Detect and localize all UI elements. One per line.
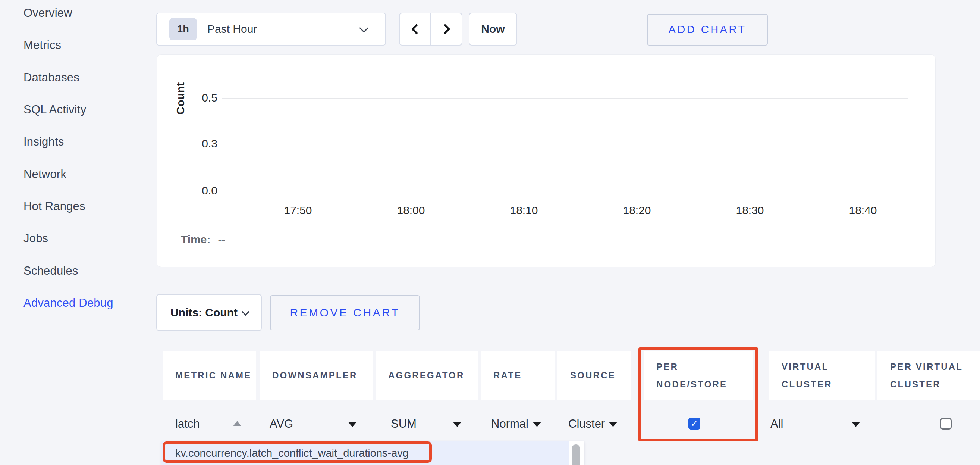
gridline-vertical <box>636 55 637 200</box>
sidebar-item-schedules[interactable]: Schedules <box>24 264 78 281</box>
next-interval-button[interactable] <box>430 13 462 45</box>
gridline-vertical <box>298 55 298 200</box>
x-tick-label: 18:10 <box>498 204 550 217</box>
checkmark-icon: ✓ <box>690 419 698 429</box>
x-tick-label: 17:50 <box>272 204 324 217</box>
time-range-label: Past Hour <box>207 23 257 35</box>
column-header-aggregator: AGGREGATOR <box>375 351 478 400</box>
metric-suggestion-label: kv.concurrency.latch_conflict_wait_durat… <box>175 447 409 459</box>
column-header-source: SOURCE <box>557 351 632 400</box>
caret-down-icon[interactable] <box>453 422 462 427</box>
column-header-label: DOWNSAMPLER <box>259 367 361 384</box>
sidebar-item-metrics[interactable]: Metrics <box>24 38 61 55</box>
sidebar-item-jobs[interactable]: Jobs <box>24 232 48 248</box>
x-tick-label: 18:00 <box>385 204 437 217</box>
column-header-rate: RATE <box>480 351 555 400</box>
rate-select[interactable]: Normal <box>491 417 528 431</box>
column-header-label: PER NODE/STORE <box>644 358 753 393</box>
time-range-selector[interactable]: 1h Past Hour <box>156 13 386 46</box>
aggregator-select[interactable]: SUM <box>391 417 417 431</box>
gridline-vertical <box>862 55 863 200</box>
metric-suggestion-item[interactable]: kv.concurrency.latch_conflict_wait_durat… <box>161 441 569 465</box>
x-tick-label: 18:40 <box>837 204 889 217</box>
x-tick-label: 18:30 <box>724 204 776 217</box>
caret-down-icon[interactable] <box>348 422 357 427</box>
add-chart-button[interactable]: ADD CHART <box>647 14 768 46</box>
sidebar-item-insights[interactable]: Insights <box>24 135 64 152</box>
chevron-right-icon <box>440 24 450 34</box>
column-header-label: AGGREGATOR <box>375 367 468 384</box>
chevron-left-icon <box>411 24 422 34</box>
y-tick-label: 0.0 <box>183 184 217 197</box>
sidebar-item-sql-activity[interactable]: SQL Activity <box>24 103 86 120</box>
time-label: Time: <box>181 233 210 246</box>
sidebar-item-network[interactable]: Network <box>24 168 66 184</box>
hover-time-readout: Time:-- <box>181 233 225 246</box>
chevron-down-icon <box>242 308 250 316</box>
column-header-label: SOURCE <box>557 367 619 384</box>
gridline-horizontal <box>221 191 908 192</box>
gridline-horizontal <box>221 98 908 99</box>
time-value: -- <box>218 233 225 246</box>
x-tick-label: 18:20 <box>611 204 663 217</box>
column-header-downsampler: DOWNSAMPLER <box>259 351 373 400</box>
y-tick-label: 0.5 <box>183 91 217 104</box>
column-header-label: PER VIRTUAL CLUSTER <box>877 358 980 393</box>
sidebar-item-databases[interactable]: Databases <box>24 71 80 87</box>
now-button[interactable]: Now <box>469 13 517 46</box>
column-header-per-node-store: PER NODE/STORE <box>644 351 753 400</box>
gridline-vertical <box>523 55 524 200</box>
caret-down-icon[interactable] <box>533 422 541 427</box>
time-step-buttons <box>399 13 462 46</box>
units-dropdown[interactable]: Units: Count <box>156 294 262 331</box>
column-header-label: RATE <box>480 367 525 384</box>
time-range-badge: 1h <box>169 18 197 40</box>
per-node-store-checkbox[interactable]: ✓ <box>688 418 700 430</box>
source-select[interactable]: Cluster <box>568 417 605 431</box>
downsampler-select[interactable]: AVG <box>270 417 293 431</box>
column-header-per-virtual-cluster: PER VIRTUAL CLUSTER <box>877 351 980 400</box>
chevron-down-icon <box>359 23 368 32</box>
gridline-horizontal <box>221 144 908 144</box>
gridline-vertical <box>749 55 750 200</box>
sidebar-item-overview[interactable]: Overview <box>24 6 72 23</box>
y-tick-label: 0.3 <box>183 137 217 150</box>
metric-dropdown-open-caret-icon[interactable] <box>233 421 241 426</box>
virtual-cluster-select[interactable]: All <box>770 417 783 431</box>
column-header-virtual-cluster: VIRTUAL CLUSTER <box>769 351 875 400</box>
dropdown-scrollbar-thumb[interactable] <box>572 444 580 465</box>
column-header-label: METRIC NAME <box>162 367 255 384</box>
sidebar-item-hot-ranges[interactable]: Hot Ranges <box>24 200 85 216</box>
prev-interval-button[interactable] <box>400 13 430 45</box>
sidebar-item-advanced-debug[interactable]: Advanced Debug <box>24 296 113 313</box>
gridline-vertical <box>410 55 411 200</box>
per-virtual-cluster-checkbox[interactable] <box>940 418 952 430</box>
column-header-metric-name: METRIC NAME <box>162 351 256 400</box>
custom-chart-panel: Count 0.5 0.3 0.0 17:50 18:00 18:10 18:2… <box>157 54 935 267</box>
remove-chart-button[interactable]: REMOVE CHART <box>270 295 420 330</box>
caret-down-icon[interactable] <box>609 422 617 427</box>
units-dropdown-label: Units: Count <box>170 307 237 319</box>
dropdown-scrollbar-track[interactable] <box>569 441 584 465</box>
metric-name-input[interactable]: latch <box>175 417 199 431</box>
caret-down-icon[interactable] <box>851 422 860 427</box>
metric-suggestions-dropdown: kv.concurrency.latch_conflict_wait_durat… <box>161 441 584 465</box>
column-header-label: VIRTUAL CLUSTER <box>769 358 875 393</box>
